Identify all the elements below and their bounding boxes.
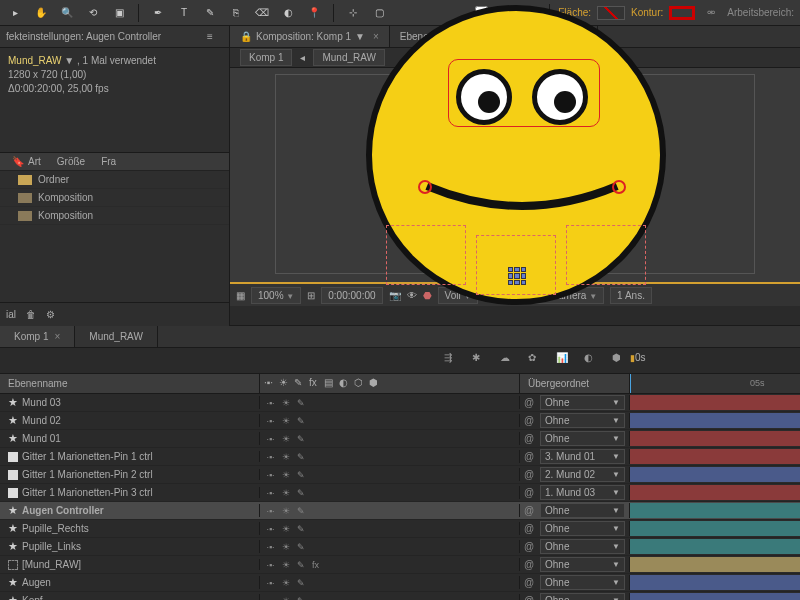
switch-2[interactable]: ✎ (294, 522, 307, 535)
switch-7[interactable] (369, 504, 382, 517)
switch-3[interactable] (309, 432, 322, 445)
viewport[interactable] (230, 68, 800, 282)
switch-4[interactable] (324, 594, 337, 600)
3d-icon[interactable]: ⬢ (612, 352, 630, 370)
pickwhip-icon[interactable]: @ (524, 541, 536, 552)
parent-dropdown[interactable]: Ohne▼ (540, 413, 625, 428)
timecode-display[interactable]: 0:00:00:00 (321, 287, 382, 304)
layer-bar[interactable] (630, 413, 800, 428)
switch-5[interactable] (339, 486, 352, 499)
switch-1[interactable]: ☀ (279, 558, 292, 571)
parent-dropdown[interactable]: 2. Mund 02▼ (540, 467, 625, 482)
switch-0[interactable]: ·▪· (264, 558, 277, 571)
switch-3[interactable] (309, 396, 322, 409)
switch-6[interactable] (354, 558, 367, 571)
switch-3[interactable] (309, 594, 322, 600)
switch-7[interactable] (369, 432, 382, 445)
close-icon[interactable]: × (373, 31, 379, 42)
graph-icon[interactable]: 📊 (556, 352, 574, 370)
switch-2[interactable]: ✎ (294, 450, 307, 463)
switch-0[interactable]: ·▪· (264, 396, 277, 409)
pickwhip-icon[interactable]: @ (524, 433, 536, 444)
layer-track[interactable] (630, 520, 800, 538)
switch-4[interactable] (324, 576, 337, 589)
switch-5[interactable] (339, 432, 352, 445)
switch-7[interactable] (369, 522, 382, 535)
switch-1[interactable]: ☀ (279, 540, 292, 553)
switch-2[interactable]: ✎ (294, 396, 307, 409)
pickwhip-icon[interactable]: @ (524, 451, 536, 462)
switch-5[interactable] (339, 468, 352, 481)
flow-item[interactable]: Mund_RAW (313, 49, 385, 66)
layer-bar[interactable] (630, 557, 800, 572)
switch-4[interactable] (324, 450, 337, 463)
switch-6[interactable] (354, 504, 367, 517)
settings-icon[interactable]: ⚙ (46, 309, 55, 320)
snapshot-icon[interactable]: 📷 (389, 290, 401, 301)
switch-0[interactable]: ·▪· (264, 432, 277, 445)
pickwhip-icon[interactable]: @ (524, 397, 536, 408)
col-layer-name[interactable]: Ebenenname (0, 374, 260, 393)
selection-box[interactable] (566, 225, 646, 285)
switch-3[interactable] (309, 522, 322, 535)
pin-tool-icon[interactable]: 📍 (305, 4, 323, 22)
layer-track[interactable] (630, 574, 800, 592)
puppet-pin-handle[interactable] (508, 267, 526, 285)
switch-4[interactable] (324, 504, 337, 517)
parent-dropdown[interactable]: Ohne▼ (540, 539, 625, 554)
layer-bar[interactable] (630, 593, 800, 600)
layer-bar[interactable] (630, 539, 800, 554)
switch-5[interactable] (339, 414, 352, 427)
switch-0[interactable]: ·▪· (264, 468, 277, 481)
layer-bar[interactable] (630, 485, 800, 500)
switch-1[interactable]: ☀ (279, 594, 292, 600)
layer-bar[interactable] (630, 521, 800, 536)
stroke-swatch[interactable] (669, 6, 695, 20)
switch-6[interactable] (354, 522, 367, 535)
brain-icon[interactable]: ✿ (528, 352, 546, 370)
pickwhip-icon[interactable]: @ (524, 523, 536, 534)
layer-track[interactable] (630, 556, 800, 574)
switch-1[interactable]: ☀ (279, 396, 292, 409)
switch-3[interactable] (309, 486, 322, 499)
panel-menu-icon[interactable]: ≡ (207, 31, 223, 43)
switch-5[interactable] (339, 540, 352, 553)
switch-7[interactable] (369, 396, 382, 409)
switch-7[interactable] (369, 576, 382, 589)
parent-dropdown[interactable]: Ohne▼ (540, 431, 625, 446)
link-icon[interactable]: ⚮ (701, 6, 721, 20)
switch-2[interactable]: ✎ (294, 576, 307, 589)
parent-dropdown[interactable]: Ohne▼ (540, 395, 625, 410)
layer-track[interactable] (630, 430, 800, 448)
switch-6[interactable] (354, 540, 367, 553)
layer-track[interactable] (630, 412, 800, 430)
brush-tool-icon[interactable]: ✎ (201, 4, 219, 22)
switch-3[interactable] (309, 504, 322, 517)
switch-1[interactable]: ☀ (279, 522, 292, 535)
project-item[interactable]: Komposition (0, 189, 229, 207)
switch-6[interactable] (354, 450, 367, 463)
switch-1[interactable]: ☀ (279, 576, 292, 589)
switch-3[interactable] (309, 576, 322, 589)
type-tool-icon[interactable]: T (175, 4, 193, 22)
switch-1[interactable]: ☀ (279, 468, 292, 481)
switch-4[interactable] (324, 558, 337, 571)
layer-track[interactable] (630, 484, 800, 502)
zoom-dropdown[interactable]: 100% ▼ (251, 287, 301, 304)
col-fps[interactable]: Fra (93, 156, 124, 167)
switch-5[interactable] (339, 450, 352, 463)
switch-0[interactable]: ·▪· (264, 450, 277, 463)
adjustment-icon[interactable]: ◐ (584, 352, 602, 370)
switch-2[interactable]: ✎ (294, 594, 307, 600)
pickwhip-icon[interactable]: @ (524, 577, 536, 588)
mouth-pin-left[interactable] (418, 180, 432, 194)
layer-track[interactable] (630, 448, 800, 466)
layer-bar[interactable] (630, 575, 800, 590)
timeline-tab[interactable]: Mund_RAW (75, 326, 158, 347)
track-area[interactable] (630, 394, 800, 600)
pickwhip-icon[interactable]: @ (524, 487, 536, 498)
pen-tool-icon[interactable]: ✒ (149, 4, 167, 22)
switch-4[interactable] (324, 432, 337, 445)
parent-dropdown[interactable]: Ohne▼ (540, 521, 625, 536)
layer-track[interactable] (630, 592, 800, 600)
